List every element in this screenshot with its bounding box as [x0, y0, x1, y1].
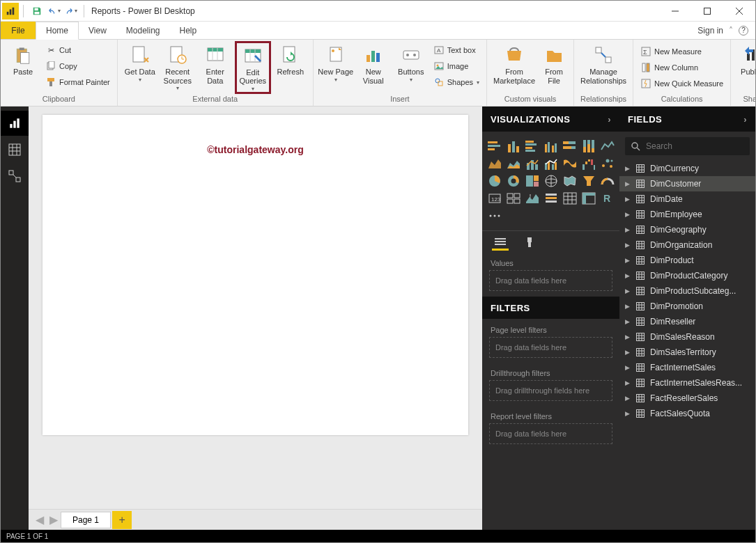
text-box-button[interactable]: AText box [431, 42, 482, 58]
hundred-bar-icon[interactable] [562, 139, 578, 154]
card-icon[interactable]: 123 [486, 191, 503, 206]
minimize-button[interactable] [659, 1, 691, 22]
gauge-icon[interactable] [599, 173, 616, 189]
field-table-item[interactable]: ▶DimProductCategory [619, 268, 755, 283]
close-button[interactable] [723, 1, 755, 22]
new-column-button[interactable]: New Column [638, 60, 726, 75]
home-tab[interactable]: Home [36, 22, 79, 40]
format-painter-button[interactable]: Format Painter [43, 74, 113, 90]
enter-data-button[interactable]: Enter Data [197, 41, 233, 94]
buttons-button[interactable]: Buttons▾ [393, 41, 429, 94]
cut-button[interactable]: ✂Cut [43, 42, 113, 58]
filled-map-icon[interactable] [562, 173, 578, 189]
field-table-item[interactable]: ▶DimCurrency [619, 161, 755, 176]
area-chart-icon[interactable] [486, 156, 503, 171]
from-marketplace-button[interactable]: From Marketplace [491, 41, 537, 94]
pie-chart-icon[interactable] [486, 173, 503, 189]
model-view-button[interactable] [1, 164, 29, 189]
undo-button[interactable]: ▾ [46, 3, 61, 19]
field-table-item[interactable]: ▶DimDate [619, 191, 755, 207]
image-button[interactable]: Image [431, 58, 482, 74]
field-table-item[interactable]: ▶FactSalesQuota [619, 406, 755, 421]
redo-button[interactable]: ▾ [63, 3, 78, 19]
format-tab-icon[interactable] [521, 234, 538, 251]
field-table-item[interactable]: ▶DimOrganization [619, 237, 755, 253]
refresh-button[interactable]: Refresh [272, 41, 309, 94]
clustered-bar-icon[interactable] [524, 139, 541, 154]
fields-tab-icon[interactable] [492, 234, 509, 251]
table-icon[interactable] [562, 191, 578, 206]
save-button[interactable] [29, 3, 45, 19]
field-table-item[interactable]: ▶DimEmployee [619, 207, 755, 222]
add-page-button[interactable]: + [112, 511, 132, 529]
matrix-icon[interactable] [580, 191, 597, 206]
fields-search[interactable] [625, 137, 750, 155]
field-table-item[interactable]: ▶FactInternetSalesReas... [619, 375, 755, 391]
more-visuals-icon[interactable] [486, 208, 503, 223]
get-data-button[interactable]: Get Data▾ [122, 41, 158, 94]
field-table-item[interactable]: ▶DimCustomer [619, 176, 755, 191]
search-input[interactable] [646, 141, 750, 151]
line-chart-icon[interactable] [599, 139, 616, 154]
paste-button[interactable]: Paste [5, 41, 41, 94]
edit-queries-button[interactable]: Edit Queries▾ [235, 41, 271, 94]
view-tab[interactable]: View [79, 22, 116, 39]
field-table-item[interactable]: ▶FactInternetSales [619, 360, 755, 375]
r-visual-icon[interactable]: R [599, 191, 616, 206]
page-tab-1[interactable]: Page 1 [61, 512, 111, 528]
stacked-column-icon[interactable] [505, 139, 522, 154]
page-filters-dropzone[interactable]: Drag data fields here [489, 337, 612, 358]
stacked-bar-icon[interactable] [486, 139, 503, 154]
new-page-button[interactable]: New Page▾ [318, 41, 354, 94]
shapes-button[interactable]: Shapes▾ [431, 74, 482, 90]
field-table-item[interactable]: ▶DimPromotion [619, 299, 755, 314]
line-column-icon[interactable] [524, 156, 541, 171]
stacked-area-icon[interactable] [505, 156, 522, 171]
field-table-item[interactable]: ▶DimProduct [619, 253, 755, 268]
funnel-icon[interactable] [580, 173, 597, 189]
slicer-icon[interactable] [543, 191, 560, 206]
svg-line-63 [13, 175, 16, 178]
file-menu[interactable]: File [1, 22, 36, 39]
new-visual-button[interactable]: New Visual [355, 41, 392, 94]
visualizations-header[interactable]: VISUALIZATIONS› [482, 107, 619, 132]
clustered-column-icon[interactable] [543, 139, 560, 154]
donut-chart-icon[interactable] [505, 173, 522, 189]
publish-button[interactable]: Publish [735, 41, 756, 94]
field-table-item[interactable]: ▶DimGeography [619, 222, 755, 237]
copy-button[interactable]: Copy [43, 58, 113, 74]
values-dropzone[interactable]: Drag data fields here [489, 270, 612, 291]
report-view-button[interactable] [1, 111, 29, 136]
map-icon[interactable] [543, 173, 560, 189]
field-table-item[interactable]: ▶DimProductSubcateg... [619, 283, 755, 299]
new-measure-button[interactable]: ΣNew Measure [638, 44, 726, 59]
field-table-item[interactable]: ▶FactResellerSales [619, 391, 755, 406]
drillthrough-dropzone[interactable]: Drag drillthrough fields here [489, 380, 612, 401]
modeling-tab[interactable]: Modeling [116, 22, 170, 39]
help-tab[interactable]: Help [170, 22, 207, 39]
report-canvas[interactable]: ©tutorialgateway.org [43, 115, 468, 435]
scatter-icon[interactable] [599, 156, 616, 171]
ribbon-chart-icon[interactable] [562, 156, 578, 171]
new-quick-measure-button[interactable]: New Quick Measure [638, 76, 726, 91]
kpi-icon[interactable]: ! [524, 191, 541, 206]
fields-header[interactable]: FIELDS› [619, 107, 755, 132]
help-icon[interactable]: ? [739, 26, 748, 36]
from-file-button[interactable]: From File [539, 41, 569, 94]
waterfall-icon[interactable] [580, 156, 597, 171]
data-view-button[interactable] [1, 137, 29, 162]
manage-relationships-button[interactable]: Manage Relationships [578, 41, 628, 94]
maximize-button[interactable] [691, 1, 723, 22]
multi-card-icon[interactable] [505, 191, 522, 206]
field-table-item[interactable]: ▶DimSalesTerritory [619, 345, 755, 360]
line-clustered-icon[interactable] [543, 156, 560, 171]
sign-in-link[interactable]: Sign in ˄ ? [691, 22, 755, 39]
prev-page-button[interactable]: ◀ [33, 512, 47, 528]
next-page-button[interactable]: ▶ [47, 512, 61, 528]
hundred-column-icon[interactable] [580, 139, 597, 154]
recent-sources-button[interactable]: Recent Sources▾ [160, 41, 196, 94]
report-filters-dropzone[interactable]: Drag data fields here [489, 423, 612, 444]
treemap-icon[interactable] [524, 173, 541, 189]
field-table-item[interactable]: ▶DimSalesReason [619, 329, 755, 345]
field-table-item[interactable]: ▶DimReseller [619, 314, 755, 329]
